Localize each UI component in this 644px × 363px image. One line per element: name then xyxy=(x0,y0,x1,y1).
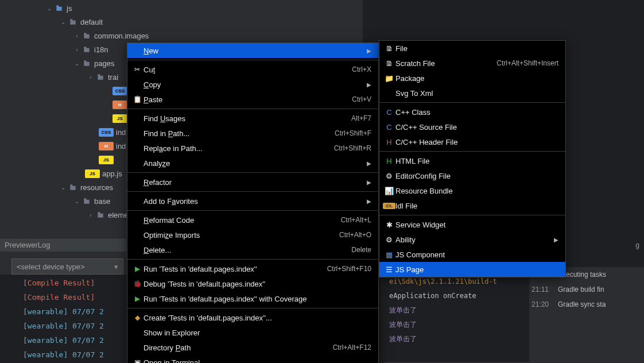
file-icon: 🗎 xyxy=(383,44,395,53)
tree-node-js[interactable]: ⌄ js xyxy=(0,1,333,15)
menu-add-favorites[interactable]: Add to Favorites▶ xyxy=(127,194,378,208)
coverage-icon: ▶ xyxy=(131,295,143,303)
menu-debug-tests[interactable]: 🐞Debug 'Tests in 'default.pages.index'' xyxy=(127,276,378,291)
menu-separator xyxy=(127,308,378,308)
sub-label: Package xyxy=(395,74,558,83)
css-file-icon: CSS xyxy=(112,87,127,95)
sub-cpp-class[interactable]: CC++ Class xyxy=(379,105,565,119)
shortcut: Ctrl+X xyxy=(352,65,371,74)
sub-editorconfig[interactable]: ⚙EditorConfig File xyxy=(379,168,565,183)
folder-icon xyxy=(68,18,78,26)
menu-separator xyxy=(127,172,378,173)
sub-file[interactable]: 🗎File xyxy=(379,41,565,56)
device-type-select[interactable]: <select device type> xyxy=(11,258,123,275)
sub-cpp-src[interactable]: CC/C++ Source File xyxy=(379,119,565,134)
sub-label: Idl File xyxy=(395,202,558,210)
sub-label: HTML File xyxy=(395,157,558,165)
menu-separator xyxy=(127,60,378,60)
js-file-icon: JS xyxy=(112,114,127,123)
menu-show-explorer[interactable]: Show in Explorer xyxy=(127,325,378,340)
sub-label: Ability xyxy=(395,235,554,244)
tree-label: js xyxy=(67,4,72,13)
menu-new[interactable]: New▶ xyxy=(127,43,378,58)
sub-html[interactable]: HHTML File xyxy=(379,153,565,168)
device-type-label: <select device type> xyxy=(17,262,85,271)
menu-cut[interactable]: ✂CutCtrl+X xyxy=(127,62,378,77)
package-icon: 📁 xyxy=(383,74,395,83)
chevron-right-icon[interactable]: › xyxy=(72,47,82,53)
chevron-down-icon[interactable]: ⌄ xyxy=(45,5,54,11)
menu-separator xyxy=(379,151,565,152)
menu-run-tests[interactable]: ▶Run 'Tests in 'default.pages.index''Ctr… xyxy=(127,261,378,276)
menu-label: Open in Terminal xyxy=(143,358,371,364)
list-icon: ☰ xyxy=(383,265,395,274)
sub-service-widget[interactable]: ✱Service Widget xyxy=(379,217,565,232)
chevron-down-icon[interactable]: ⌄ xyxy=(72,60,82,67)
sub-label: JS Page xyxy=(395,265,558,274)
tree-node-default[interactable]: ⌄ default xyxy=(0,15,333,29)
menu-reformat[interactable]: Reformat CodeCtrl+Alt+L xyxy=(127,213,378,227)
sub-label: Resource Bundle xyxy=(395,187,558,195)
menu-separator xyxy=(127,191,378,192)
menu-separator xyxy=(127,259,378,260)
menu-find-in-path[interactable]: Find in Path...Ctrl+Shift+F xyxy=(127,126,378,141)
menu-label: Show in Explorer xyxy=(143,329,371,337)
menu-open-terminal[interactable]: ▣Open in Terminal xyxy=(127,355,378,363)
folder-icon xyxy=(54,4,64,12)
shortcut: Alt+F7 xyxy=(351,114,371,122)
menu-delete[interactable]: Delete...Delete xyxy=(127,242,378,257)
html-icon: H xyxy=(383,157,395,165)
h-file-icon: H xyxy=(99,142,114,150)
menu-refactor[interactable]: Refactor▶ xyxy=(127,175,378,190)
sub-label: Svg To Xml xyxy=(395,89,558,98)
shortcut: Ctrl+Alt+Shift+Insert xyxy=(496,59,558,67)
play-icon: ▶ xyxy=(131,265,143,273)
sub-label: C/C++ Header File xyxy=(395,138,558,146)
menu-separator xyxy=(127,210,378,211)
sub-cpp-hdr[interactable]: HC/C++ Header File xyxy=(379,134,565,149)
sub-js-page[interactable]: ☰JS Page xyxy=(379,262,565,277)
menu-replace-in-path[interactable]: Replace in Path...Ctrl+Shift+R xyxy=(127,141,378,156)
cpp-icon: C xyxy=(383,123,395,132)
bundle-icon: 📊 xyxy=(383,187,395,195)
event-time: 21:20 xyxy=(532,300,553,308)
folder-icon xyxy=(95,73,106,81)
sub-label: C++ Class xyxy=(395,108,558,117)
gear-icon: ⚙ xyxy=(383,235,395,244)
event-row[interactable]: 21:20Gradle sync sta xyxy=(529,297,644,312)
h-icon: H xyxy=(383,138,395,146)
sub-resbundle[interactable]: 📊Resource Bundle xyxy=(379,183,565,198)
menu-find-usages[interactable]: Find UsagesAlt+F7 xyxy=(127,111,378,126)
menu-separator xyxy=(379,215,565,215)
component-icon: ▦ xyxy=(383,250,395,259)
shortcut: Ctrl+V xyxy=(352,95,371,103)
menu-optimize-imports[interactable]: Optimize ImportsCtrl+Alt+O xyxy=(127,227,378,242)
menu-copy[interactable]: Copy▶ xyxy=(127,77,378,92)
submenu-arrow-icon: ▶ xyxy=(367,198,371,204)
h-file-icon: H xyxy=(112,101,127,109)
menu-paste[interactable]: 📋PasteCtrl+V xyxy=(127,92,378,107)
submenu-arrow-icon: ▶ xyxy=(367,82,371,88)
sub-js-component[interactable]: ▦JS Component xyxy=(379,247,565,262)
menu-create-tests[interactable]: ◆Create 'Tests in 'default.pages.index''… xyxy=(127,310,378,325)
chevron-down-icon[interactable]: ⌄ xyxy=(59,19,68,25)
sub-package[interactable]: 📁Package xyxy=(379,71,565,86)
chevron-right-icon[interactable]: › xyxy=(72,33,82,39)
sub-ability[interactable]: ⚙Ability▶ xyxy=(379,232,565,247)
shortcut: Ctrl+Alt+O xyxy=(339,231,371,239)
sub-scratch[interactable]: 🗎Scratch FileCtrl+Alt+Shift+Insert xyxy=(379,56,565,71)
tree-node-common-images[interactable]: › common.images xyxy=(0,29,333,43)
menu-directory-path[interactable]: Directory PathCtrl+Alt+F12 xyxy=(127,340,378,355)
sub-idl[interactable]: IDLIdl File xyxy=(379,198,565,213)
previewer-log-tab[interactable]: PreviewerLog xyxy=(0,238,126,252)
event-row[interactable]: 21:11Gradle build fin xyxy=(529,282,644,297)
terminal-icon: ▣ xyxy=(131,358,143,363)
cpp-icon: C xyxy=(383,108,395,117)
sub-svg[interactable]: Svg To Xml xyxy=(379,86,565,101)
tree-label: app.js xyxy=(102,169,122,178)
menu-run-coverage[interactable]: ▶Run 'Tests in 'default.pages.index'' wi… xyxy=(127,291,378,306)
menu-analyze[interactable]: Analyze▶ xyxy=(127,156,378,171)
menu-label: Create 'Tests in 'default.pages.index''.… xyxy=(143,314,371,322)
sub-label: File xyxy=(395,44,558,53)
context-menu: New▶ ✂CutCtrl+X Copy▶ 📋PasteCtrl+V Find … xyxy=(127,43,379,363)
